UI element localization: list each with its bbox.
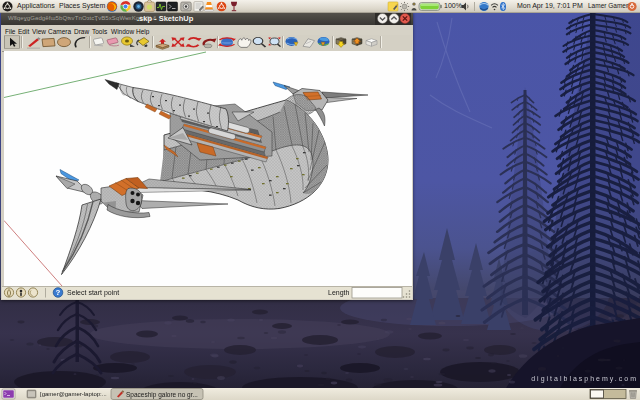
svg-text:Length: Length <box>328 289 350 297</box>
svg-text:digitalblasphemy.com: digitalblasphemy.com <box>531 375 638 383</box>
svg-text:?: ? <box>56 288 61 297</box>
svg-text:Select start point: Select start point <box>67 289 119 297</box>
